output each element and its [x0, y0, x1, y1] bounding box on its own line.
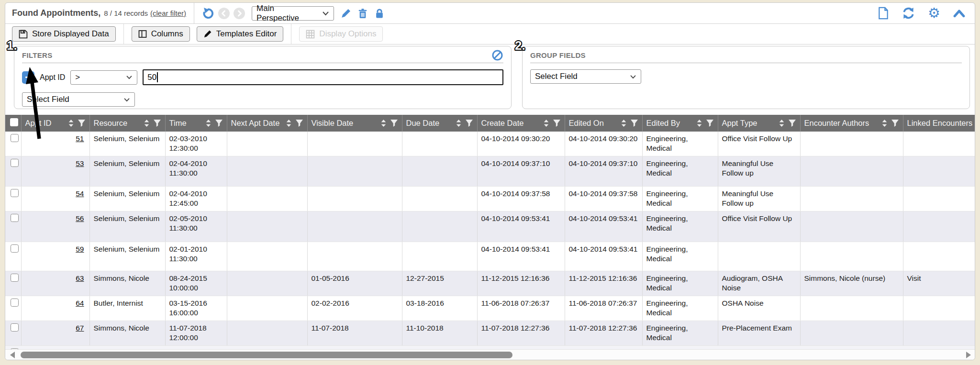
appt-id-link[interactable]: 59 — [76, 245, 84, 253]
row-checkbox[interactable] — [11, 244, 19, 253]
remove-filter-button[interactable] — [22, 71, 34, 84]
gear-icon[interactable]: ⚙ — [928, 6, 940, 20]
cell-editedBy: Engineering, Medical — [642, 186, 718, 211]
appt-id-link[interactable]: 63 — [76, 274, 84, 282]
cell-apptType: Audiogram, OSHA Noise — [718, 271, 800, 296]
scroll-left-arrow[interactable] — [10, 352, 15, 358]
cell-dueDate — [402, 132, 477, 156]
clear-filter-link[interactable]: (clear filter) — [150, 9, 186, 17]
col-header-nextAptDate[interactable]: Next Apt Date — [227, 115, 307, 132]
col-label: Resource — [94, 119, 128, 128]
col-label: Edited By — [646, 119, 680, 128]
cell-apptType: Meaningful Use Follow up — [718, 156, 800, 186]
filter-operator-select[interactable]: > — [70, 70, 137, 85]
undo-icon[interactable] — [202, 7, 214, 20]
group-field-select[interactable]: Select Field — [530, 69, 641, 84]
cell-linkedEncounters — [903, 132, 975, 156]
table-row: 54Selenium, Selenium02-04-2010 12:45:000… — [5, 186, 975, 211]
cell-createDate: 11-07-2018 12:27:36 — [477, 321, 565, 345]
divider — [291, 24, 291, 44]
appt-id-link[interactable]: 51 — [76, 134, 84, 143]
cell-apptType — [718, 242, 800, 271]
delete-icon[interactable] — [357, 8, 368, 19]
cell-encounterAuthors — [800, 242, 903, 271]
col-header-encounterAuthors[interactable]: Encounter Authors — [800, 115, 903, 132]
appt-id-link[interactable]: 67 — [76, 324, 84, 332]
col-header-dueDate[interactable]: Due Date — [402, 115, 477, 132]
appt-id-link[interactable]: 54 — [76, 189, 84, 198]
pencil-icon — [203, 30, 212, 38]
cell-createDate: 04-10-2014 09:53:41 — [477, 242, 565, 271]
chevron-down-icon — [123, 98, 130, 102]
col-header-apptType[interactable]: Appt Type — [718, 115, 800, 132]
empty-row — [5, 345, 975, 349]
cell-nextAptDate — [227, 211, 307, 242]
sort-icon — [144, 119, 150, 127]
new-document-icon[interactable] — [878, 7, 889, 20]
collapse-icon[interactable] — [953, 9, 965, 18]
row-checkbox[interactable] — [11, 159, 19, 167]
cell-editedBy: Engineering, Medical — [642, 242, 718, 271]
cell-createDate: 04-10-2014 09:37:10 — [477, 156, 565, 186]
filter-funnel-icon — [215, 119, 223, 127]
sort-icon — [543, 119, 549, 127]
block-icon[interactable] — [491, 49, 503, 61]
refresh-icon[interactable] — [902, 7, 915, 20]
cell-apptType: Office Visit Follow Up — [718, 132, 800, 156]
chevron-down-icon — [322, 11, 329, 16]
empty-row-cell — [5, 345, 975, 349]
nav-forward-icon[interactable] — [234, 8, 245, 19]
appt-id-link[interactable]: 56 — [76, 214, 84, 222]
row-checkbox[interactable] — [11, 214, 19, 222]
col-header-linkedEncounters[interactable]: Linked Encounters — [903, 115, 975, 132]
templates-editor-button[interactable]: Templates Editor — [197, 26, 284, 42]
row-checkbox[interactable] — [11, 323, 19, 332]
row-checkbox[interactable] — [11, 189, 19, 197]
col-header-editedOn[interactable]: Edited On — [565, 115, 642, 132]
cell-apptType: Meaningful Use Follow up — [718, 186, 800, 211]
select-all-checkbox[interactable] — [10, 118, 18, 126]
cell-visibleDate — [307, 156, 402, 186]
table-row: 51Selenium, Selenium02-03-2010 12:30:000… — [5, 132, 975, 156]
scroll-right-arrow[interactable] — [966, 352, 971, 358]
cell-editedOn: 04-10-2014 09:37:58 — [565, 186, 642, 211]
sort-icon — [205, 119, 212, 127]
scrollbar-thumb[interactable] — [21, 352, 512, 358]
row-select-cell — [5, 321, 21, 345]
col-header-createDate[interactable]: Create Date — [477, 115, 565, 132]
sort-icon — [621, 119, 627, 127]
store-displayed-data-button[interactable]: Store Displayed Data — [12, 26, 116, 42]
appt-id-cell: 63 — [21, 271, 89, 296]
display-options-button[interactable]: Display Options — [299, 26, 383, 42]
filter-funnel-icon — [78, 119, 86, 127]
cell-resource: Selenium, Selenium — [89, 242, 165, 271]
cell-resource: Selenium, Selenium — [89, 211, 165, 242]
add-filter-field-select[interactable]: Select Field — [22, 92, 135, 107]
columns-button[interactable]: Columns — [132, 26, 190, 42]
appt-id-link[interactable]: 64 — [76, 299, 84, 307]
cell-visibleDate: 02-02-2016 — [307, 296, 402, 321]
select-all-header[interactable] — [5, 115, 21, 132]
row-checkbox[interactable] — [11, 274, 19, 282]
cell-encounterAuthors: Simmons, Nicole (nurse) — [800, 271, 903, 296]
cell-editedBy: Engineering, Medical — [642, 296, 718, 321]
cell-time: 03-15-2016 16:00:00 — [165, 296, 227, 321]
row-checkbox[interactable] — [11, 299, 19, 307]
perspective-select[interactable]: Main Perspective — [252, 6, 334, 21]
col-header-visibleDate[interactable]: Visible Date — [307, 115, 402, 132]
col-header-editedBy[interactable]: Edited By — [642, 115, 718, 132]
edit-icon[interactable] — [341, 8, 351, 19]
nav-back-icon[interactable] — [218, 8, 230, 19]
lock-icon[interactable] — [374, 8, 385, 19]
annotation-badge-2: 2. — [515, 38, 525, 53]
row-checkbox[interactable] — [11, 134, 19, 142]
appt-id-link[interactable]: 53 — [76, 159, 84, 167]
col-header-resource[interactable]: Resource — [89, 115, 165, 132]
panel-header: Found Appointments, 8 / 14 records (clea… — [5, 3, 975, 24]
cell-apptType: Pre-Placement Exam — [718, 321, 800, 345]
col-header-time[interactable]: Time — [165, 115, 227, 132]
col-label: Edited On — [569, 119, 604, 128]
main-panel: Found Appointments, 8 / 14 records (clea… — [5, 2, 975, 360]
filter-value-input[interactable]: 50 — [143, 69, 503, 85]
col-header-id[interactable]: Appt ID — [21, 115, 89, 132]
